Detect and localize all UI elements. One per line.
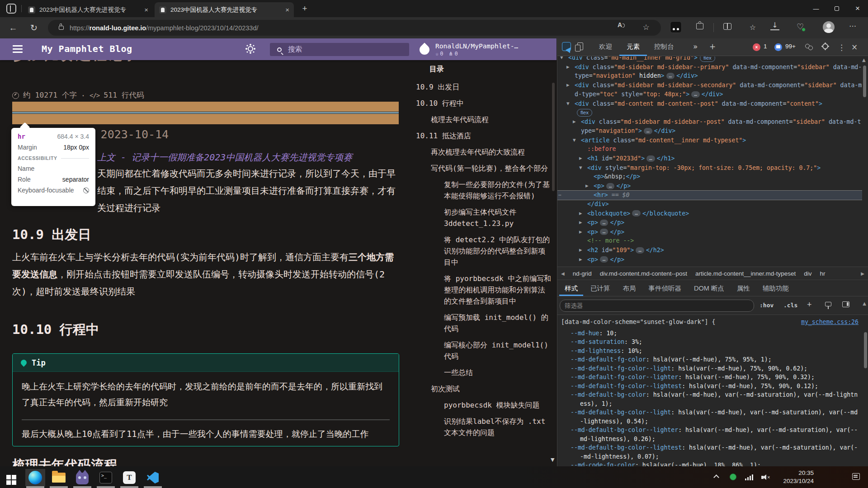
css-property[interactable]: --md-default-fg-color--light: hsla(var(-… bbox=[561, 364, 859, 373]
taskbar-terminal[interactable]: >_ bbox=[96, 469, 116, 486]
expand-ellipsis-button[interactable]: … bbox=[646, 155, 655, 162]
dom-tree-row[interactable]: ▶<h2 id="109">…</h2> bbox=[557, 245, 862, 255]
style-tab-事件侦听器[interactable]: 事件侦听器 bbox=[643, 281, 687, 296]
dom-tree-row[interactable]: ▼<article class="md-content__inner md-ty… bbox=[557, 136, 862, 145]
taskbar-edge[interactable] bbox=[25, 469, 45, 486]
expand-ellipsis-button[interactable]: … bbox=[632, 210, 641, 216]
toc-item[interactable]: 10.9 出发日 bbox=[416, 81, 552, 93]
css-selector[interactable]: [data-md-color-scheme="sunset-glow-dark"… bbox=[561, 318, 715, 327]
css-property[interactable]: --md-default-bg-color--lightest: hsla(va… bbox=[561, 443, 859, 461]
dom-tree-row[interactable]: ▼<div class="md-main__inner md-grid">fle… bbox=[557, 56, 862, 62]
error-badge-icon[interactable]: × bbox=[753, 43, 760, 51]
toc-item[interactable]: 一些总结 bbox=[416, 367, 552, 378]
issues-count[interactable]: 99+ bbox=[785, 43, 796, 50]
toggle-class-button[interactable]: .cls bbox=[783, 302, 797, 309]
toc-item[interactable]: 写代码(第一轮比赛)，整合各个部分 bbox=[416, 163, 552, 174]
close-window-button[interactable]: × bbox=[847, 0, 868, 17]
taskbar-clock[interactable]: 20:35 2023/10/24 bbox=[783, 469, 814, 485]
devtools-tab-控制台[interactable]: 控制台 bbox=[647, 38, 681, 56]
scrollbar-thumb[interactable] bbox=[552, 83, 555, 191]
style-tab-已计算[interactable]: 已计算 bbox=[585, 281, 616, 296]
expand-ellipsis-button[interactable]: … bbox=[666, 73, 675, 79]
expand-ellipsis-button[interactable]: … bbox=[636, 247, 644, 253]
split-screen-icon[interactable] bbox=[723, 23, 731, 30]
dom-tree-row[interactable]: ::before bbox=[557, 145, 862, 154]
toc-item[interactable]: 识别结果label不保存为 .txt 文本文件的问题 bbox=[416, 416, 552, 438]
devtools-close-icon[interactable]: × bbox=[851, 42, 858, 52]
scroll-up-arrow-icon[interactable]: ▲ bbox=[863, 301, 866, 306]
collections-icon[interactable]: ☆ bbox=[747, 22, 759, 33]
devtools-tab-欢迎[interactable]: 欢迎 bbox=[592, 38, 619, 56]
menu-icon[interactable] bbox=[13, 45, 23, 53]
style-tab-样式[interactable]: 样式 bbox=[559, 281, 583, 296]
taskbar-explorer[interactable] bbox=[49, 469, 69, 486]
dom-tree-row[interactable]: </div> bbox=[557, 200, 862, 209]
dom-tree-row[interactable]: <p>&nbsp;</p> bbox=[557, 172, 862, 181]
new-tab-button[interactable]: + bbox=[299, 3, 310, 14]
css-property[interactable]: --md-hue: 10; bbox=[561, 329, 859, 338]
toc-item[interactable]: 编写预加载 init_model() 的代码 bbox=[416, 312, 552, 334]
network-icon[interactable] bbox=[745, 474, 753, 480]
expand-ellipsis-button[interactable]: … bbox=[606, 183, 615, 189]
browser-tab[interactable]: 2023中国机器人大赛先进视觉专× bbox=[24, 2, 153, 17]
expand-arrow-icon[interactable]: ▶ bbox=[579, 227, 587, 236]
css-property[interactable]: --md-default-bg-color--light: hsla(var(-… bbox=[561, 408, 859, 426]
toc-item[interactable]: 10.11 抵达酒店 bbox=[416, 130, 552, 141]
row-actions-icon[interactable]: ⋯ bbox=[558, 191, 562, 200]
style-tab-辅助功能[interactable]: 辅助功能 bbox=[757, 281, 794, 296]
style-tab-DOM 断点[interactable]: DOM 断点 bbox=[689, 281, 730, 296]
css-property[interactable]: --md-default-bg-color--lighter: hsla(var… bbox=[561, 426, 859, 443]
dom-tree-row[interactable]: <hr> == $0⋯ bbox=[557, 191, 862, 200]
collapse-arrow-icon[interactable]: ▼ bbox=[579, 163, 587, 172]
scroll-up-arrow-icon[interactable]: ▲ bbox=[862, 57, 867, 62]
breadcrumb-item[interactable]: nd-grid bbox=[573, 270, 592, 277]
add-tab-icon[interactable]: + bbox=[709, 42, 716, 51]
dom-tree-row[interactable]: ▶<p>…</p> bbox=[557, 227, 862, 237]
toc-item[interactable]: 将 detect2.2 中的队友打包的识别功能部分的代码整合到新项目中 bbox=[416, 234, 552, 268]
dom-tree-row[interactable]: <!-- more --> bbox=[557, 236, 862, 245]
devtools-tab-元素[interactable]: 元素 bbox=[619, 38, 647, 56]
refresh-button[interactable]: ↻ bbox=[28, 22, 40, 34]
previous-post-link[interactable]: 上文 - 记录十一假期准备2023中国机器人大赛先进视觉专项赛 bbox=[97, 151, 352, 164]
action-center-icon[interactable] bbox=[852, 473, 860, 480]
lock-icon[interactable] bbox=[59, 26, 64, 30]
profile-avatar[interactable] bbox=[823, 21, 835, 33]
breadcrumb-right-icon[interactable]: ▶ bbox=[861, 271, 864, 276]
expand-ellipsis-button[interactable]: … bbox=[600, 256, 609, 263]
site-title[interactable]: My Pamphlet Blog bbox=[42, 43, 132, 54]
expand-ellipsis-button[interactable]: … bbox=[600, 220, 609, 226]
toc-item[interactable]: 10.10 行程中 bbox=[416, 98, 552, 109]
tray-status-icon[interactable] bbox=[730, 474, 736, 480]
back-button[interactable]: ← bbox=[7, 22, 19, 34]
style-tab-布局[interactable]: 布局 bbox=[618, 281, 642, 296]
browser-essentials-icon[interactable]: ♡ bbox=[797, 22, 804, 31]
tray-expand-icon[interactable] bbox=[713, 474, 719, 480]
collapse-arrow-icon[interactable]: ▼ bbox=[566, 99, 575, 108]
browser-menu-icon[interactable]: ⋯ bbox=[849, 22, 857, 30]
dom-tree-row[interactable]: ▶<blockquote>…</blockquote> bbox=[557, 209, 862, 218]
read-aloud-icon[interactable]: A bbox=[618, 21, 625, 28]
breadcrumb-item[interactable]: article.md-content__inner.md-typeset bbox=[695, 270, 796, 277]
dom-tree-row[interactable]: ▼<div style="margin-top: -30px; font-siz… bbox=[557, 163, 862, 173]
css-property[interactable]: --md-default-fg-color--lightest: hsla(va… bbox=[561, 382, 859, 391]
expand-arrow-icon[interactable]: ▶ bbox=[566, 62, 575, 71]
taskbar-clash[interactable] bbox=[72, 469, 92, 486]
theme-toggle-icon[interactable] bbox=[248, 46, 253, 52]
toc-item[interactable]: 再次梳理去年代码的大致流程 bbox=[416, 146, 552, 158]
new-style-rule-button[interactable]: + bbox=[807, 300, 812, 310]
address-bar[interactable]: https://ronald-luo.gitee.io/mypamphlet-b… bbox=[48, 20, 661, 36]
collapse-arrow-icon[interactable]: ▼ bbox=[573, 136, 581, 145]
scrollbar-thumb[interactable] bbox=[863, 66, 866, 97]
toc-item[interactable]: pyorbbecsdk 模块缺失问题 bbox=[416, 399, 552, 411]
expand-arrow-icon[interactable]: ▶ bbox=[579, 218, 587, 227]
tab-close-icon[interactable]: × bbox=[144, 6, 148, 14]
css-property[interactable]: --md-lightness: 10%; bbox=[561, 347, 859, 356]
search-input[interactable]: 搜索 bbox=[270, 43, 409, 56]
issues-badge-icon[interactable] bbox=[774, 43, 782, 51]
expand-arrow-icon[interactable]: ▶ bbox=[579, 255, 587, 264]
dom-tree-row[interactable]: ▶<p>…</p> bbox=[557, 218, 862, 227]
css-property[interactable]: --md-default-fg-color: hsla(var(--md-hue… bbox=[561, 355, 859, 364]
expand-arrow-icon[interactable]: ▶ bbox=[566, 80, 575, 89]
taskbar-vscode[interactable] bbox=[143, 469, 163, 486]
sidebar-toggle-icon[interactable] bbox=[842, 301, 849, 307]
